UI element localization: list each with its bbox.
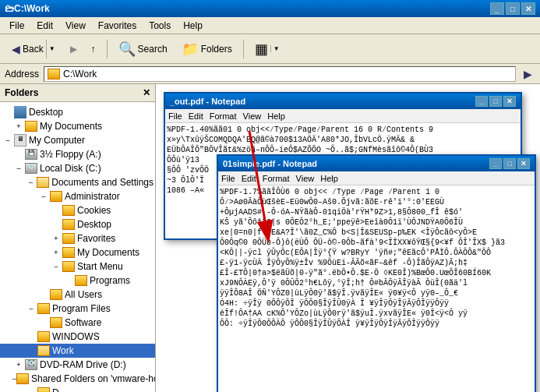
tree-label: Cookies <box>77 205 111 216</box>
view-dropdown-icon[interactable]: ▼ <box>270 45 280 52</box>
notepad-simple-menu-edit[interactable]: Edit <box>242 174 256 183</box>
back-arrow-icon: ◀ <box>12 43 20 55</box>
notepad-simple-close[interactable]: ✕ <box>517 158 530 169</box>
folders-panel: Folders ✕ Desktop + My Documents – 🖥 My … <box>0 84 156 392</box>
notepad-simple-content: %PDF-1.7%ããÎÔÙ6 0 obj<< ∕Type ∕Page ∕Par… <box>218 185 535 392</box>
tree-label: My Computer <box>29 135 85 146</box>
folder-icon <box>62 247 75 258</box>
notepad-out-menu-file[interactable]: File <box>168 111 182 121</box>
tree-item-local-disk[interactable]: – 💿 Local Disk (C:) <box>0 161 155 175</box>
tree-label: Program Files <box>52 303 111 314</box>
title-bar-title: C:\Work <box>14 3 50 14</box>
notepad-simple-title-text: 01simple.pdf - Notepad <box>223 159 317 168</box>
notepad-simple-minimize[interactable]: _ <box>489 158 502 169</box>
tree-item-all-users[interactable]: All Users <box>0 288 155 302</box>
notepad-simple-menu-file[interactable]: File <box>221 174 235 183</box>
maximize-button[interactable]: □ <box>506 2 520 15</box>
folders-close-button[interactable]: ✕ <box>143 87 150 98</box>
back-button[interactable]: ◀ Back ▼ <box>5 37 62 61</box>
menu-tools[interactable]: Tools <box>143 19 177 33</box>
tree-item-cookies[interactable]: Cookies <box>0 203 155 217</box>
folders-title: Folders <box>5 87 38 98</box>
tree-item-my-documents[interactable]: + My Documents <box>0 119 155 133</box>
notepad-out-maximize[interactable]: □ <box>489 96 502 107</box>
tree-item-dvd-ram[interactable]: + 💽 DVD-RAM Drive (D:) <box>0 358 155 372</box>
back-dropdown-icon[interactable]: ▼ <box>46 40 58 58</box>
tree-item-start-menu[interactable]: – Start Menu <box>0 260 155 274</box>
tree-item-desktop[interactable]: Desktop <box>0 105 155 119</box>
folder-icon <box>37 345 50 356</box>
menu-view[interactable]: View <box>59 19 92 33</box>
tree-label: Desktop <box>77 219 111 230</box>
address-input[interactable]: C:\Work <box>44 66 516 82</box>
tree-expander: + <box>50 232 62 245</box>
tree-expander <box>25 387 37 392</box>
minimize-button[interactable]: _ <box>490 2 504 15</box>
notepad-simple-menu-format[interactable]: Format <box>263 174 290 183</box>
toolbar-separator-2 <box>243 40 244 58</box>
back-label: Back <box>23 44 44 55</box>
up-button[interactable]: ↑ <box>86 37 101 61</box>
notepad-out-menu-help[interactable]: Help <box>267 111 285 121</box>
folder-icon <box>62 261 75 272</box>
tree-item-my-docs-admin[interactable]: + My Documents <box>0 245 155 260</box>
search-button[interactable]: 🔍 Search <box>113 37 173 61</box>
notepad-simple-menu-view[interactable]: View <box>296 174 315 183</box>
notepad-simple-maximize[interactable]: □ <box>503 158 516 169</box>
tree-expander <box>37 288 50 301</box>
tree-item-windows[interactable]: WINDOWS <box>0 330 155 344</box>
folder-icon <box>50 289 62 300</box>
forward-button[interactable]: ▶ <box>65 37 83 61</box>
tree-item-administrator[interactable]: – Administrator <box>0 189 155 203</box>
tree-expander: + <box>12 120 25 132</box>
tree-expander <box>62 274 75 287</box>
folders-button[interactable]: 📁 Folders <box>176 37 238 61</box>
tree-label: Favorites <box>77 233 115 244</box>
tree-label: WINDOWS <box>52 331 100 342</box>
close-button[interactable]: ✕ <box>521 2 535 15</box>
notepad-out-close[interactable]: ✕ <box>503 96 516 107</box>
address-go-icon[interactable]: ▶ <box>521 68 535 80</box>
tree-item-d[interactable]: D <box>0 386 155 392</box>
tree-item-software[interactable]: Software <box>0 316 155 330</box>
tree-expander <box>37 316 50 329</box>
tree-item-program-files[interactable]: – Program Files <box>0 302 155 316</box>
notepad-out-menu-format[interactable]: Format <box>210 111 237 121</box>
folder-icon <box>37 303 50 314</box>
tree-item-floppy[interactable]: 💾 3½ Floppy (A:) <box>0 147 155 161</box>
tree-expander <box>50 204 62 217</box>
tree-item-work[interactable]: Work <box>0 344 155 358</box>
notepad-simple: 01simple.pdf - Notepad _ □ ✕ File Edit F… <box>217 154 536 392</box>
notepad-out-menu-view[interactable]: View <box>243 111 262 121</box>
tree-label: Desktop <box>29 107 63 118</box>
desktop-icon <box>14 106 26 118</box>
menu-help[interactable]: Help <box>177 19 209 33</box>
tree-item-desktop-admin[interactable]: Desktop <box>0 217 155 231</box>
tree-label: Local Disk (C:) <box>40 163 101 174</box>
view-button[interactable]: ▦ ▼ <box>249 37 285 61</box>
tree-item-my-computer[interactable]: – 🖥 My Computer <box>0 133 155 147</box>
tree-label: Programs <box>90 275 130 286</box>
folder-icon <box>37 177 49 188</box>
tree-item-programs[interactable]: Programs <box>0 274 155 288</box>
tree-item-docs-settings[interactable]: – Documents and Settings <box>0 175 155 189</box>
notepad-simple-menu-help[interactable]: Help <box>320 174 338 183</box>
tree-item-shared[interactable]: – Shared Folders on 'vmware-ho... <box>0 372 155 386</box>
tree-expander <box>25 344 37 357</box>
tree-item-favorites[interactable]: + Favorites <box>0 231 155 245</box>
menu-edit[interactable]: Edit <box>30 19 59 33</box>
notepad-out-menu-edit[interactable]: Edit <box>189 111 203 121</box>
folder-icon <box>50 317 62 328</box>
folder-icon <box>37 331 50 342</box>
menu-favorites[interactable]: Favorites <box>92 19 143 33</box>
menu-file[interactable]: File <box>3 19 30 33</box>
tree-expander: – <box>50 260 62 273</box>
folders-icon: 📁 <box>182 41 199 58</box>
tree-label: Start Menu <box>77 261 123 272</box>
floppy-icon: 💾 <box>25 149 37 160</box>
tree-expander: – <box>2 134 14 147</box>
computer-icon: 🖥 <box>14 134 26 147</box>
notepad-out-minimize[interactable]: _ <box>475 96 488 107</box>
notepad-out-title: _out.pdf - Notepad _ □ ✕ <box>165 94 521 109</box>
tree-expander: – <box>37 190 50 203</box>
